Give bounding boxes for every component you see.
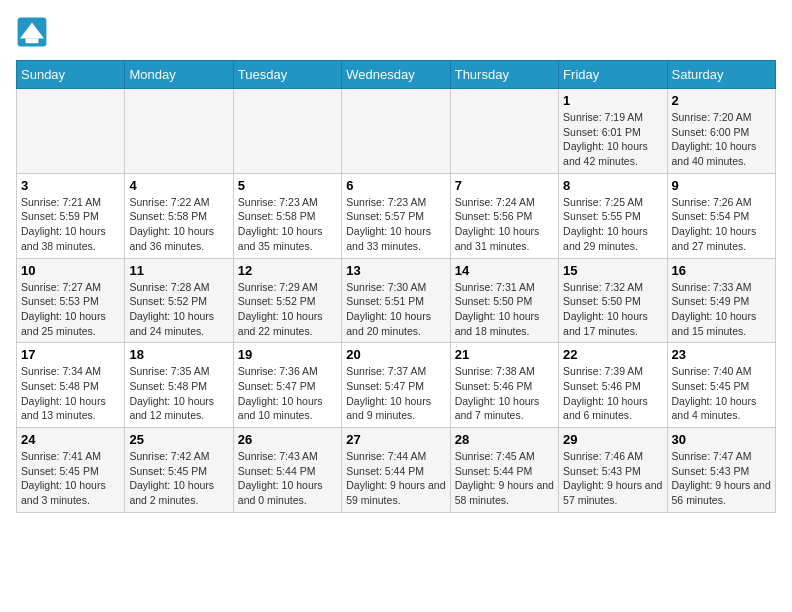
calendar-cell: 2Sunrise: 7:20 AMSunset: 6:00 PMDaylight… xyxy=(667,89,775,174)
day-info: Sunrise: 7:39 AMSunset: 5:46 PMDaylight:… xyxy=(563,364,662,423)
calendar-cell xyxy=(450,89,558,174)
day-info: Sunrise: 7:32 AMSunset: 5:50 PMDaylight:… xyxy=(563,280,662,339)
calendar-cell: 17Sunrise: 7:34 AMSunset: 5:48 PMDayligh… xyxy=(17,343,125,428)
day-number: 15 xyxy=(563,263,662,278)
calendar-cell: 29Sunrise: 7:46 AMSunset: 5:43 PMDayligh… xyxy=(559,428,667,513)
day-number: 26 xyxy=(238,432,337,447)
calendar-cell: 25Sunrise: 7:42 AMSunset: 5:45 PMDayligh… xyxy=(125,428,233,513)
svg-rect-2 xyxy=(26,38,39,43)
calendar-cell xyxy=(17,89,125,174)
calendar-cell xyxy=(125,89,233,174)
day-info: Sunrise: 7:40 AMSunset: 5:45 PMDaylight:… xyxy=(672,364,771,423)
day-info: Sunrise: 7:33 AMSunset: 5:49 PMDaylight:… xyxy=(672,280,771,339)
day-info: Sunrise: 7:24 AMSunset: 5:56 PMDaylight:… xyxy=(455,195,554,254)
day-number: 2 xyxy=(672,93,771,108)
day-info: Sunrise: 7:45 AMSunset: 5:44 PMDaylight:… xyxy=(455,449,554,508)
calendar-cell: 18Sunrise: 7:35 AMSunset: 5:48 PMDayligh… xyxy=(125,343,233,428)
calendar-week-2: 3Sunrise: 7:21 AMSunset: 5:59 PMDaylight… xyxy=(17,173,776,258)
calendar-table: Sunday Monday Tuesday Wednesday Thursday… xyxy=(16,60,776,513)
calendar-cell: 5Sunrise: 7:23 AMSunset: 5:58 PMDaylight… xyxy=(233,173,341,258)
day-info: Sunrise: 7:41 AMSunset: 5:45 PMDaylight:… xyxy=(21,449,120,508)
day-number: 17 xyxy=(21,347,120,362)
calendar-cell xyxy=(342,89,450,174)
calendar-cell: 19Sunrise: 7:36 AMSunset: 5:47 PMDayligh… xyxy=(233,343,341,428)
calendar-cell: 14Sunrise: 7:31 AMSunset: 5:50 PMDayligh… xyxy=(450,258,558,343)
day-number: 5 xyxy=(238,178,337,193)
calendar-header: Sunday Monday Tuesday Wednesday Thursday… xyxy=(17,61,776,89)
day-number: 14 xyxy=(455,263,554,278)
calendar-cell: 3Sunrise: 7:21 AMSunset: 5:59 PMDaylight… xyxy=(17,173,125,258)
calendar-cell: 1Sunrise: 7:19 AMSunset: 6:01 PMDaylight… xyxy=(559,89,667,174)
day-info: Sunrise: 7:44 AMSunset: 5:44 PMDaylight:… xyxy=(346,449,445,508)
day-number: 19 xyxy=(238,347,337,362)
day-number: 27 xyxy=(346,432,445,447)
day-number: 21 xyxy=(455,347,554,362)
day-info: Sunrise: 7:29 AMSunset: 5:52 PMDaylight:… xyxy=(238,280,337,339)
day-info: Sunrise: 7:37 AMSunset: 5:47 PMDaylight:… xyxy=(346,364,445,423)
day-info: Sunrise: 7:28 AMSunset: 5:52 PMDaylight:… xyxy=(129,280,228,339)
calendar-week-1: 1Sunrise: 7:19 AMSunset: 6:01 PMDaylight… xyxy=(17,89,776,174)
calendar-body: 1Sunrise: 7:19 AMSunset: 6:01 PMDaylight… xyxy=(17,89,776,513)
day-number: 11 xyxy=(129,263,228,278)
calendar-cell: 24Sunrise: 7:41 AMSunset: 5:45 PMDayligh… xyxy=(17,428,125,513)
day-info: Sunrise: 7:19 AMSunset: 6:01 PMDaylight:… xyxy=(563,110,662,169)
day-info: Sunrise: 7:42 AMSunset: 5:45 PMDaylight:… xyxy=(129,449,228,508)
calendar-cell: 26Sunrise: 7:43 AMSunset: 5:44 PMDayligh… xyxy=(233,428,341,513)
day-number: 23 xyxy=(672,347,771,362)
day-info: Sunrise: 7:20 AMSunset: 6:00 PMDaylight:… xyxy=(672,110,771,169)
day-number: 30 xyxy=(672,432,771,447)
day-info: Sunrise: 7:21 AMSunset: 5:59 PMDaylight:… xyxy=(21,195,120,254)
day-number: 8 xyxy=(563,178,662,193)
calendar-cell: 4Sunrise: 7:22 AMSunset: 5:58 PMDaylight… xyxy=(125,173,233,258)
day-info: Sunrise: 7:36 AMSunset: 5:47 PMDaylight:… xyxy=(238,364,337,423)
col-sunday: Sunday xyxy=(17,61,125,89)
day-info: Sunrise: 7:31 AMSunset: 5:50 PMDaylight:… xyxy=(455,280,554,339)
col-tuesday: Tuesday xyxy=(233,61,341,89)
day-number: 28 xyxy=(455,432,554,447)
calendar-cell: 12Sunrise: 7:29 AMSunset: 5:52 PMDayligh… xyxy=(233,258,341,343)
day-info: Sunrise: 7:27 AMSunset: 5:53 PMDaylight:… xyxy=(21,280,120,339)
col-thursday: Thursday xyxy=(450,61,558,89)
calendar-cell: 8Sunrise: 7:25 AMSunset: 5:55 PMDaylight… xyxy=(559,173,667,258)
calendar-cell: 21Sunrise: 7:38 AMSunset: 5:46 PMDayligh… xyxy=(450,343,558,428)
calendar-cell: 16Sunrise: 7:33 AMSunset: 5:49 PMDayligh… xyxy=(667,258,775,343)
day-info: Sunrise: 7:23 AMSunset: 5:57 PMDaylight:… xyxy=(346,195,445,254)
day-number: 16 xyxy=(672,263,771,278)
day-number: 20 xyxy=(346,347,445,362)
day-number: 4 xyxy=(129,178,228,193)
calendar-week-3: 10Sunrise: 7:27 AMSunset: 5:53 PMDayligh… xyxy=(17,258,776,343)
calendar-cell xyxy=(233,89,341,174)
logo-icon xyxy=(16,16,48,48)
calendar-cell: 28Sunrise: 7:45 AMSunset: 5:44 PMDayligh… xyxy=(450,428,558,513)
day-number: 24 xyxy=(21,432,120,447)
calendar-week-4: 17Sunrise: 7:34 AMSunset: 5:48 PMDayligh… xyxy=(17,343,776,428)
day-info: Sunrise: 7:22 AMSunset: 5:58 PMDaylight:… xyxy=(129,195,228,254)
day-number: 12 xyxy=(238,263,337,278)
day-info: Sunrise: 7:26 AMSunset: 5:54 PMDaylight:… xyxy=(672,195,771,254)
page-header xyxy=(16,16,776,48)
day-info: Sunrise: 7:43 AMSunset: 5:44 PMDaylight:… xyxy=(238,449,337,508)
day-number: 13 xyxy=(346,263,445,278)
day-number: 18 xyxy=(129,347,228,362)
day-number: 10 xyxy=(21,263,120,278)
day-number: 9 xyxy=(672,178,771,193)
calendar-cell: 22Sunrise: 7:39 AMSunset: 5:46 PMDayligh… xyxy=(559,343,667,428)
day-info: Sunrise: 7:35 AMSunset: 5:48 PMDaylight:… xyxy=(129,364,228,423)
day-info: Sunrise: 7:23 AMSunset: 5:58 PMDaylight:… xyxy=(238,195,337,254)
day-info: Sunrise: 7:38 AMSunset: 5:46 PMDaylight:… xyxy=(455,364,554,423)
calendar-cell: 27Sunrise: 7:44 AMSunset: 5:44 PMDayligh… xyxy=(342,428,450,513)
col-saturday: Saturday xyxy=(667,61,775,89)
col-wednesday: Wednesday xyxy=(342,61,450,89)
calendar-cell: 20Sunrise: 7:37 AMSunset: 5:47 PMDayligh… xyxy=(342,343,450,428)
calendar-cell: 13Sunrise: 7:30 AMSunset: 5:51 PMDayligh… xyxy=(342,258,450,343)
col-monday: Monday xyxy=(125,61,233,89)
day-info: Sunrise: 7:46 AMSunset: 5:43 PMDaylight:… xyxy=(563,449,662,508)
header-row: Sunday Monday Tuesday Wednesday Thursday… xyxy=(17,61,776,89)
day-info: Sunrise: 7:47 AMSunset: 5:43 PMDaylight:… xyxy=(672,449,771,508)
calendar-cell: 10Sunrise: 7:27 AMSunset: 5:53 PMDayligh… xyxy=(17,258,125,343)
calendar-cell: 7Sunrise: 7:24 AMSunset: 5:56 PMDaylight… xyxy=(450,173,558,258)
day-number: 6 xyxy=(346,178,445,193)
calendar-cell: 6Sunrise: 7:23 AMSunset: 5:57 PMDaylight… xyxy=(342,173,450,258)
col-friday: Friday xyxy=(559,61,667,89)
calendar-cell: 9Sunrise: 7:26 AMSunset: 5:54 PMDaylight… xyxy=(667,173,775,258)
